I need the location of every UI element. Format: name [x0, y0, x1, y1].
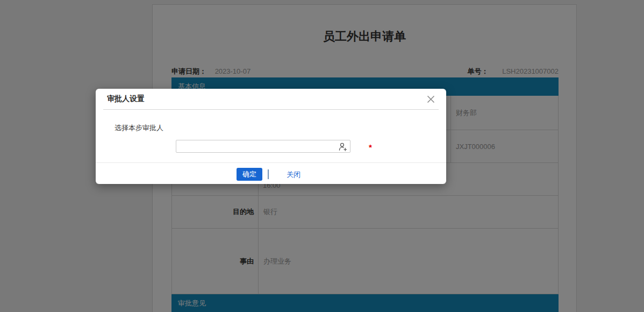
dialog-header: 审批人设置	[96, 89, 446, 109]
dialog-body: 选择本步审批人 *	[96, 110, 446, 162]
approver-field-label: 选择本步审批人	[115, 123, 163, 133]
approver-settings-dialog: 审批人设置 选择本步审批人	[96, 89, 446, 184]
screen: 员工外出申请单 申请日期： 2023-10-07 单号： LSH20231007…	[0, 0, 644, 312]
add-person-icon[interactable]	[338, 142, 347, 151]
close-button[interactable]: 关闭	[287, 170, 300, 180]
approver-input-wrap	[176, 140, 350, 153]
confirm-button[interactable]: 确定	[237, 168, 262, 181]
dialog-footer: 确定 关闭	[96, 162, 446, 184]
dialog-title: 审批人设置	[107, 94, 145, 104]
approver-input[interactable]	[176, 140, 350, 153]
button-divider	[268, 169, 269, 179]
close-icon[interactable]	[426, 94, 435, 104]
required-asterisk: *	[369, 143, 372, 152]
